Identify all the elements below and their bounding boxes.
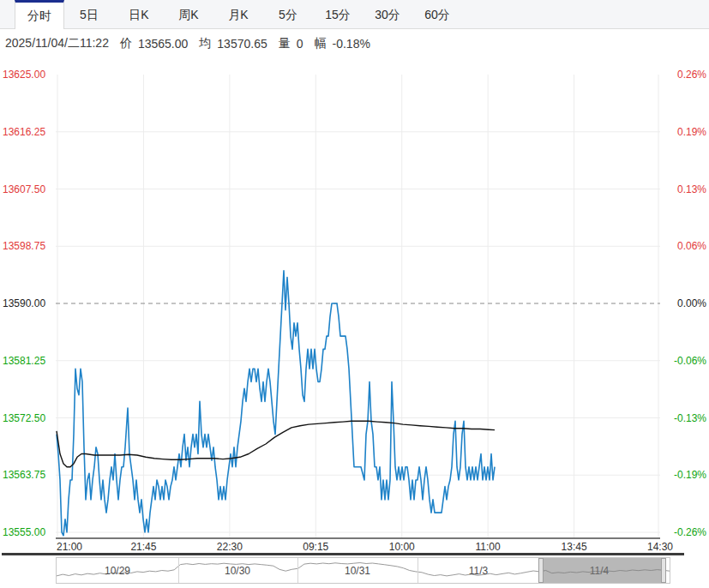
quote-field-value-0: 13565.00 [138,37,188,51]
percent-axis-label: 0.26% [677,69,706,81]
percent-axis-label: -0.19% [674,469,706,481]
percent-axis-label: 0.19% [677,126,706,138]
quote-datetime: 2025/11/04/二11:22 [5,36,109,51]
navigator-date-0[interactable]: 10/29 [105,565,130,577]
time-axis-label: 21:45 [130,541,156,553]
date-navigator[interactable]: 10/2910/3010/3111/311/4 [56,557,670,584]
price-axis-label: 13590.00 [3,297,45,309]
tab-1[interactable]: 5日 [64,0,114,28]
time-axis-label: 21:00 [57,541,82,553]
percent-axis-label: 0.00% [677,297,706,309]
navigator-right-handle[interactable] [661,558,666,583]
time-axis-label: 14:30 [647,541,673,553]
time-axis-label: 09:15 [303,541,328,553]
price-axis-label: 13572.50 [3,412,45,424]
navigator-divider [418,558,418,583]
range-drag-bar[interactable] [2,553,684,555]
period-tabbar: 分时5日日K周K月K5分15分30分60分 [0,0,709,29]
tab-2[interactable]: 日K [114,0,164,28]
quote-field-label-2: 量 [279,36,291,51]
time-axis-label: 10:00 [389,541,415,553]
quote-field-label-1: 均 [199,36,211,51]
time-axis-label: 22:30 [217,541,243,553]
tab-3[interactable]: 周K [164,0,213,28]
tab-7[interactable]: 30分 [363,0,412,28]
percent-axis-label: 0.13% [677,183,706,195]
navigator-selection[interactable] [541,558,664,583]
navigator-divider [178,558,179,583]
quote-field-value-1: 13570.65 [217,37,267,51]
price-axis-label: 13616.25 [3,126,45,138]
quote-field-label-0: 价 [120,36,132,51]
futures-minute-chart-window: 分时5日日K周K月K5分15分30分60分 2025/11/04/二11:22价… [0,0,709,588]
chart-area: 13625.0013616.2513607.5013598.7513590.00… [0,53,709,588]
percent-axis-label: -0.06% [674,355,706,367]
tab-0[interactable]: 分时 [15,0,64,29]
quote-field-value-2: 0 [297,37,303,51]
tab-5[interactable]: 5分 [263,0,313,28]
navigator-left-handle[interactable] [538,558,544,583]
price-axis-label: 13563.75 [3,469,45,481]
price-axis-label: 13598.75 [3,240,45,252]
tab-8[interactable]: 60分 [412,0,462,28]
quote-infobar: 2025/11/04/二11:22价13565.00均13570.65量0幅-0… [5,34,382,53]
percent-axis-label: -0.26% [674,526,706,538]
navigator-date-2[interactable]: 10/31 [345,565,370,577]
time-axis-label: 13:45 [562,541,587,553]
intraday-plot[interactable] [56,75,660,538]
navigator-date-3[interactable]: 11/3 [469,565,488,577]
tab-4[interactable]: 月K [213,0,263,28]
tab-6[interactable]: 15分 [313,0,363,28]
navigator-divider [297,558,298,583]
price-axis-label: 13625.00 [3,69,45,81]
percent-axis-label: 0.06% [677,240,706,252]
percent-axis-label: -0.13% [674,412,706,424]
quote-field-label-3: 幅 [315,36,327,51]
navigator-date-1[interactable]: 10/30 [225,565,250,577]
time-axis-label: 11:00 [476,541,501,553]
price-axis-label: 13581.25 [3,355,45,367]
price-axis-label: 13555.00 [3,526,45,538]
price-axis-label: 13607.50 [3,183,45,195]
quote-field-value-3: -0.18% [333,37,370,51]
